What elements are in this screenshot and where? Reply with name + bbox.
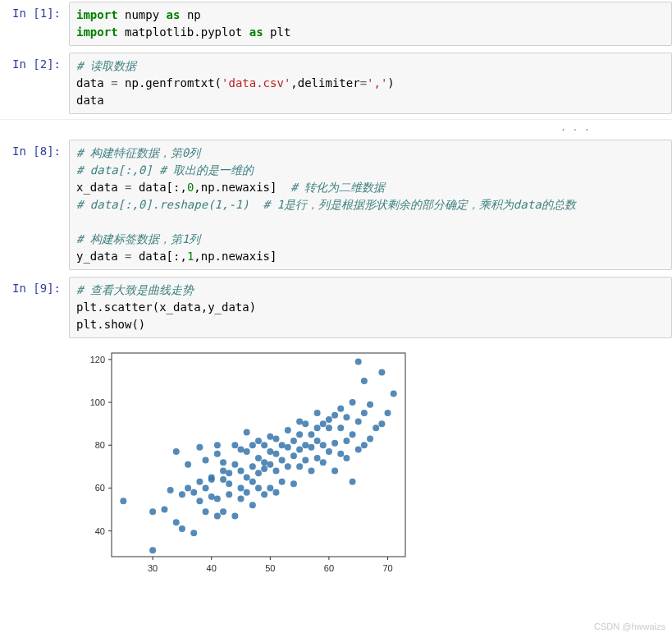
svg-point-84 (272, 435, 279, 442)
code-cell: In [2]:# 读取数据data = np.genfromtxt('data.… (0, 51, 672, 116)
svg-point-129 (361, 442, 368, 448)
code-line: # data[:,0] # 取出的是一维的 (76, 162, 665, 179)
svg-point-57 (238, 496, 245, 502)
svg-point-38 (203, 484, 209, 491)
svg-point-66 (249, 479, 256, 485)
svg-point-136 (378, 369, 385, 375)
svg-point-62 (244, 474, 250, 480)
svg-point-33 (190, 489, 197, 496)
svg-point-89 (285, 444, 291, 451)
svg-point-72 (255, 438, 262, 444)
svg-point-73 (261, 491, 267, 498)
code-area[interactable]: # 读取数据data = np.genfromtxt('data.csv',de… (69, 53, 672, 114)
svg-text:120: 120 (90, 355, 105, 365)
svg-point-108 (320, 459, 327, 466)
svg-point-127 (355, 419, 362, 425)
code-area[interactable]: # 查看大致是曲线走势plt.scatter(x_data,y_data)plt… (69, 277, 672, 338)
svg-point-44 (214, 496, 221, 502)
svg-point-117 (337, 451, 344, 457)
code-area[interactable]: import numpy as npimport matplotlib.pypl… (69, 2, 672, 46)
svg-point-22 (149, 547, 156, 553)
svg-point-35 (196, 479, 203, 485)
svg-point-58 (238, 484, 245, 491)
svg-point-100 (302, 420, 309, 427)
svg-point-96 (296, 431, 303, 438)
code-area[interactable]: # 构建特征数据，第0列# data[:,0] # 取出的是一维的x_data … (69, 140, 672, 270)
svg-point-131 (361, 378, 368, 384)
svg-point-74 (261, 466, 267, 472)
svg-point-47 (220, 508, 226, 515)
svg-point-29 (179, 491, 185, 498)
svg-point-80 (267, 433, 273, 440)
cell-prompt: In [8]: (0, 140, 69, 270)
svg-point-87 (279, 442, 286, 448)
svg-point-54 (231, 512, 238, 519)
svg-point-26 (173, 519, 180, 525)
svg-point-130 (361, 410, 368, 416)
svg-point-91 (290, 480, 297, 487)
svg-point-118 (337, 424, 344, 431)
svg-point-67 (249, 463, 256, 470)
output-ellipsis: . . . (0, 119, 672, 138)
code-line (76, 213, 665, 231)
svg-point-77 (267, 484, 273, 491)
svg-point-93 (290, 438, 297, 444)
svg-point-61 (244, 489, 250, 496)
svg-text:60: 60 (324, 563, 334, 573)
svg-point-120 (343, 455, 350, 461)
svg-point-121 (343, 438, 350, 444)
cell-prompt: In [1]: (0, 2, 69, 46)
svg-point-75 (261, 459, 267, 466)
svg-point-86 (279, 457, 286, 464)
svg-point-59 (238, 468, 245, 475)
svg-point-37 (203, 508, 209, 515)
code-line: import numpy as np (76, 7, 665, 24)
cell-prompt: In [9]: (0, 277, 69, 338)
svg-point-25 (167, 487, 174, 493)
svg-point-115 (331, 440, 338, 447)
svg-point-126 (355, 446, 362, 452)
svg-point-113 (326, 416, 332, 423)
svg-point-125 (350, 399, 356, 406)
svg-point-114 (331, 468, 338, 475)
svg-point-31 (185, 461, 191, 468)
code-line: data = np.genfromtxt('data.csv',delimite… (76, 75, 665, 92)
output-area: 3040506070406080100120 (0, 343, 672, 580)
svg-point-52 (226, 480, 232, 487)
svg-point-82 (272, 468, 279, 475)
svg-point-34 (196, 498, 203, 504)
code-line: import matplotlib.pyplot as plt (76, 24, 665, 41)
code-line: # 构建标签数据，第1列 (76, 231, 665, 248)
svg-point-63 (244, 448, 250, 455)
svg-point-95 (296, 446, 303, 452)
svg-point-32 (190, 530, 197, 536)
svg-point-112 (326, 424, 332, 431)
svg-point-42 (208, 474, 215, 480)
svg-text:100: 100 (90, 397, 105, 407)
svg-text:60: 60 (95, 483, 105, 493)
svg-point-99 (302, 442, 309, 448)
svg-point-60 (238, 446, 245, 452)
svg-point-135 (378, 420, 385, 427)
cell-prompt: In [2]: (0, 53, 69, 114)
svg-point-48 (220, 476, 226, 483)
code-line: # 读取数据 (76, 57, 665, 75)
svg-point-104 (314, 455, 321, 461)
svg-point-36 (196, 444, 203, 451)
svg-point-119 (337, 406, 344, 412)
code-cell: In [9]:# 查看大致是曲线走势plt.scatter(x_data,y_d… (0, 275, 672, 340)
svg-point-79 (267, 448, 273, 455)
svg-text:40: 40 (207, 563, 217, 573)
code-line: data (76, 92, 665, 109)
svg-point-81 (272, 489, 279, 496)
code-line: # 构建特征数据，第0列 (76, 144, 665, 162)
svg-text:50: 50 (265, 563, 275, 573)
svg-point-110 (320, 420, 327, 427)
svg-text:40: 40 (95, 526, 105, 536)
svg-point-109 (320, 442, 327, 448)
svg-point-28 (179, 525, 185, 532)
svg-point-101 (308, 468, 314, 475)
svg-point-39 (203, 457, 209, 464)
svg-point-65 (249, 502, 256, 508)
svg-point-27 (173, 448, 180, 455)
